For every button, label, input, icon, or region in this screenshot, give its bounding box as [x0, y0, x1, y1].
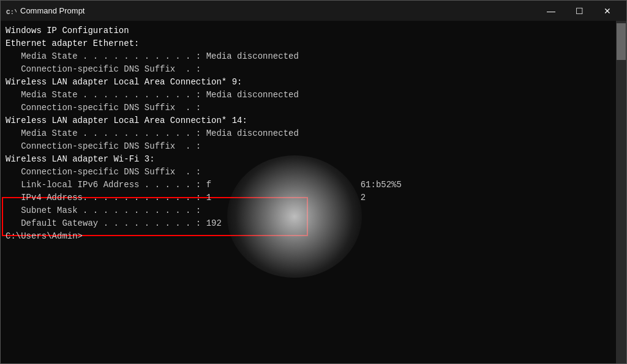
terminal-line: Link-local IPv6 Address . . . . . : f 61… [6, 179, 611, 191]
terminal-line: Connection-specific DNS Suffix . : [6, 102, 611, 114]
terminal-line: Subnet Mask . . . . . . . . . . . : [6, 204, 611, 217]
terminal-line: Windows IP Configuration [6, 24, 611, 37]
close-button[interactable]: ✕ [593, 1, 621, 21]
terminal-line: Connection-specific DNS Suffix . : [6, 140, 611, 153]
window-title: Command Prompt [20, 6, 537, 15]
terminal-line: Default Gateway . . . . . . . . . : 192 [6, 217, 611, 230]
terminal-line: Media State . . . . . . . . . . . : Medi… [6, 127, 611, 140]
titlebar: C:\ Command Prompt — ☐ ✕ [1, 1, 626, 21]
scrollbar-thumb[interactable] [617, 23, 626, 60]
svg-text:C:\: C:\ [6, 9, 17, 16]
window-controls: — ☐ ✕ [537, 1, 621, 21]
terminal-line: Connection-specific DNS Suffix . : [6, 63, 611, 76]
cmd-icon: C:\ [6, 6, 17, 17]
terminal-line: Wireless LAN adapter Wi-Fi 3: [6, 153, 611, 166]
terminal-line: Wireless LAN adapter Local Area Connecti… [6, 76, 611, 89]
terminal-line: Connection-specific DNS Suffix . : [6, 166, 611, 179]
command-prompt-window: C:\ Command Prompt — ☐ ✕ Windows IP Conf… [0, 0, 627, 364]
terminal-output[interactable]: Windows IP ConfigurationEthernet adapter… [1, 21, 616, 363]
terminal-line: Wireless LAN adapter Local Area Connecti… [6, 114, 611, 127]
terminal-line: IPv4 Address. . . . . . . . . . . : 1 2 [6, 191, 611, 204]
minimize-button[interactable]: — [537, 1, 565, 21]
terminal-line: Media State . . . . . . . . . . . : Medi… [6, 89, 611, 102]
terminal-line: Media State . . . . . . . . . . . : Medi… [6, 50, 611, 63]
terminal-line: Ethernet adapter Ethernet: [6, 37, 611, 50]
terminal-line: C:\Users\Admin> [6, 230, 611, 243]
content-area: Windows IP ConfigurationEthernet adapter… [1, 21, 626, 363]
scrollbar[interactable] [616, 21, 626, 363]
maximize-button[interactable]: ☐ [565, 1, 593, 21]
